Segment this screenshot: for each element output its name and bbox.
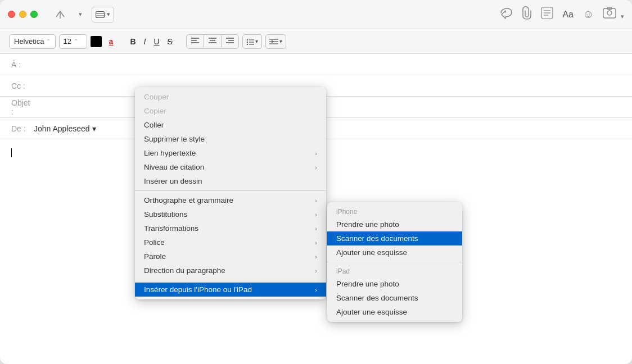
compose-button[interactable]: ▾	[92, 7, 114, 22]
context-menu: Couper Copier Coller Supprimer le style …	[135, 87, 326, 299]
menu-item-supprimer-style[interactable]: Supprimer le style	[135, 132, 326, 146]
iphone-header: iPhone	[327, 205, 462, 217]
list-button[interactable]: ▾	[242, 34, 262, 49]
svg-point-21	[247, 41, 248, 42]
titlebar: ▾ ▾	[0, 0, 632, 29]
align-group	[186, 34, 239, 49]
svg-point-22	[247, 43, 248, 44]
chevron-icon: ›	[315, 225, 317, 232]
sub-menu-separator	[327, 262, 462, 262]
menu-item-police[interactable]: Police ›	[135, 235, 326, 249]
attach-icon[interactable]	[522, 6, 532, 23]
font-selector[interactable]: Helvetica ⌃	[9, 34, 56, 49]
strikethrough-button[interactable]: S	[165, 36, 175, 47]
edit-icon[interactable]	[541, 7, 553, 22]
menu-item-parole[interactable]: Parole ›	[135, 249, 326, 263]
font-aa-icon[interactable]: Aa	[562, 10, 574, 20]
bold-button[interactable]: B	[128, 36, 138, 47]
align-right-button[interactable]	[222, 35, 238, 47]
main-window: ▾ ▾	[0, 0, 632, 364]
sub-menu-ipad-esquisse[interactable]: Ajouter une esquisse	[327, 305, 462, 319]
right-toolbar: Aa ☺ ▾	[499, 6, 624, 23]
photo-icon[interactable]: ▾	[603, 7, 624, 21]
align-center-button[interactable]	[204, 35, 222, 47]
menu-item-copier[interactable]: Copier	[135, 104, 326, 118]
text-color-a[interactable]: a	[105, 36, 116, 47]
subject-label: Objet :	[11, 98, 34, 116]
text-cursor	[11, 148, 12, 157]
sub-menu-ipad-photo[interactable]: Prendre une photo	[327, 277, 462, 291]
align-left-button[interactable]	[187, 35, 204, 47]
chevron-icon: ›	[315, 164, 317, 171]
menu-item-orthographe[interactable]: Orthographe et grammaire ›	[135, 193, 326, 207]
underline-button[interactable]: U	[151, 36, 161, 47]
sub-menu-iphone-scan[interactable]: Scanner des documents	[327, 231, 462, 245]
ipad-header: iPad	[327, 265, 462, 277]
menu-item-transformations[interactable]: Transformations ›	[135, 221, 326, 235]
menu-item-dessin[interactable]: Insérer un dessin	[135, 174, 326, 188]
reply-icon[interactable]	[499, 7, 513, 22]
menu-item-lien[interactable]: Lien hypertexte ›	[135, 146, 326, 160]
chevron-icon: ›	[315, 253, 317, 260]
minimize-button[interactable]	[19, 11, 26, 18]
text-color-box[interactable]	[91, 36, 102, 47]
svg-point-20	[247, 39, 248, 40]
left-toolbar: ▾ ▾	[51, 6, 114, 24]
svg-rect-1	[96, 11, 105, 17]
maximize-button[interactable]	[30, 11, 38, 18]
menu-item-couper[interactable]: Couper	[135, 90, 326, 104]
to-field[interactable]: À :	[0, 54, 632, 75]
send-icon[interactable]	[51, 6, 69, 24]
send-dropdown-icon[interactable]: ▾	[71, 6, 89, 24]
formatbar: Helvetica ⌃ 12 ⌃ a B I U S	[0, 29, 632, 54]
indent-button[interactable]: ▾	[265, 34, 286, 49]
sub-menu-iphone-photo[interactable]: Prendre une photo	[327, 217, 462, 231]
menu-item-citation[interactable]: Niveau de citation ›	[135, 160, 326, 174]
menu-separator-1	[135, 190, 326, 191]
chevron-icon: ›	[315, 239, 317, 246]
chevron-icon: ›	[315, 286, 317, 293]
menu-separator-2	[135, 280, 326, 280]
chevron-icon: ›	[315, 197, 317, 204]
font-size-selector[interactable]: 12 ⌃	[59, 34, 87, 49]
from-label: De :	[11, 124, 34, 133]
cc-label: Cc :	[11, 81, 34, 90]
close-button[interactable]	[8, 11, 15, 18]
chevron-icon: ›	[315, 267, 317, 274]
menu-item-coller[interactable]: Coller	[135, 118, 326, 132]
sub-menu-ipad-scan[interactable]: Scanner des documents	[327, 291, 462, 305]
svg-point-9	[607, 11, 612, 15]
sub-menu-iphone-esquisse[interactable]: Ajouter une esquisse	[327, 245, 462, 260]
emoji-icon[interactable]: ☺	[583, 8, 594, 21]
chevron-icon: ›	[315, 211, 317, 218]
chevron-icon: ›	[315, 150, 317, 157]
traffic-lights	[8, 11, 38, 18]
to-label: À :	[11, 60, 34, 69]
from-value[interactable]: John Appleseed ▾	[34, 124, 621, 133]
menu-item-direction[interactable]: Direction du paragraphe ›	[135, 263, 326, 277]
menu-item-inserer-iphone[interactable]: Insérer depuis l'iPhone ou l'iPad ›	[135, 283, 326, 297]
sub-menu: iPhone Prendre une photo Scanner des doc…	[327, 202, 462, 322]
italic-button[interactable]: I	[142, 36, 148, 47]
menu-item-substitutions[interactable]: Substitutions ›	[135, 207, 326, 221]
